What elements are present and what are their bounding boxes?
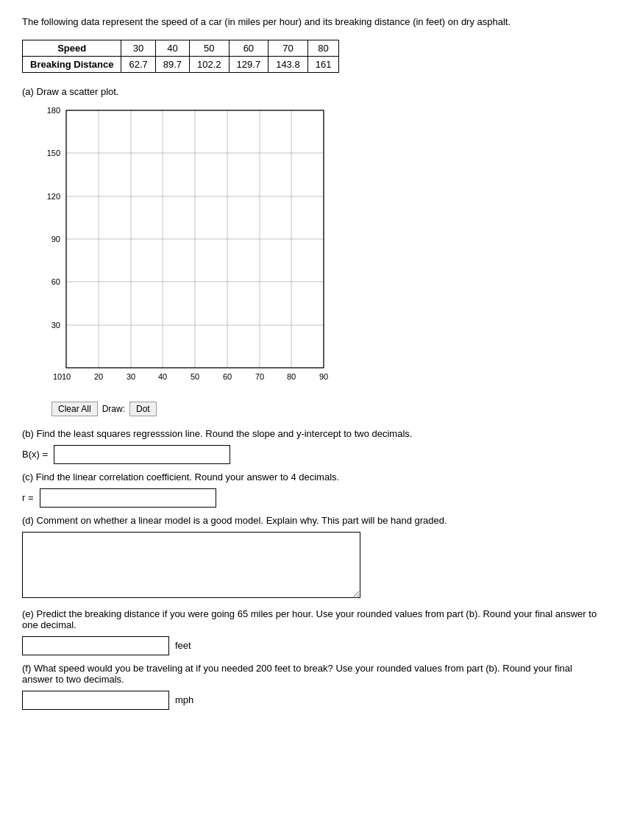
x-label-10-left: 10	[53, 372, 62, 381]
y-label-150: 150	[47, 149, 60, 157]
table-speed-50: 50	[190, 40, 230, 56]
chart-svg: 180 150 120 90 60 30 10 10 20 30 40 50 6…	[29, 103, 338, 397]
part-b-row: B(x) =	[22, 445, 604, 464]
table-dist-30: 62.7	[121, 56, 155, 72]
x-label-90: 90	[319, 372, 328, 381]
table-speed-70: 70	[268, 40, 308, 56]
table-header-distance: Breaking Distance	[23, 56, 121, 72]
x-label-60: 60	[223, 372, 232, 381]
table-dist-50: 102.2	[190, 56, 230, 72]
y-label-180: 180	[47, 106, 60, 115]
e-input[interactable]	[22, 636, 169, 655]
table-dist-80: 161	[307, 56, 339, 72]
intro-text: The following data represent the speed o…	[22, 15, 604, 29]
x-label-50: 50	[191, 372, 199, 381]
y-label-30: 30	[51, 321, 60, 330]
part-a-label: (a) Draw a scatter plot.	[22, 86, 604, 97]
scatter-plot-area[interactable]: 180 150 120 90 60 30 10 10 20 30 40 50 6…	[29, 103, 338, 397]
dot-button[interactable]: Dot	[129, 402, 157, 416]
f-units-label: mph	[175, 694, 193, 705]
part-e-row: feet	[22, 636, 604, 655]
e-units-label: feet	[175, 640, 191, 651]
table-speed-30: 30	[121, 40, 155, 56]
part-f-row: mph	[22, 691, 604, 710]
y-label-90: 90	[51, 235, 60, 243]
data-table: Speed 30 40 50 60 70 80 Breaking Distanc…	[22, 40, 339, 73]
part-c-label: (c) Find the linear correlation coeffici…	[22, 471, 604, 483]
table-speed-60: 60	[229, 40, 268, 56]
y-label-120: 120	[47, 192, 60, 201]
b-eq-label: B(x) =	[22, 449, 48, 460]
clear-all-button[interactable]: Clear All	[51, 402, 98, 416]
table-dist-70: 143.8	[268, 56, 308, 72]
d-textarea[interactable]	[22, 532, 360, 598]
part-d-label: (d) Comment on whether a linear model is…	[22, 515, 604, 526]
x-label-70: 70	[255, 372, 264, 381]
f-input[interactable]	[22, 691, 169, 710]
x-label-10: 10	[62, 372, 71, 381]
table-dist-60: 129.7	[229, 56, 268, 72]
r-eq-label: r =	[22, 492, 34, 503]
b-input[interactable]	[54, 445, 230, 464]
chart-controls: Clear All Draw: Dot	[51, 402, 604, 416]
draw-label: Draw:	[102, 404, 125, 414]
x-label-20: 20	[94, 372, 103, 381]
table-dist-40: 89.7	[155, 56, 189, 72]
y-label-60: 60	[51, 277, 60, 286]
part-f-label: (f) What speed would you be traveling at…	[22, 663, 604, 685]
r-input[interactable]	[40, 488, 216, 508]
part-c-row: r =	[22, 488, 604, 508]
table-speed-40: 40	[155, 40, 189, 56]
x-label-80: 80	[287, 372, 296, 381]
part-e-label: (e) Predict the breaking distance if you…	[22, 608, 604, 630]
table-speed-80: 80	[307, 40, 339, 56]
part-b-label: (b) Find the least squares regresssion l…	[22, 428, 604, 439]
x-label-40: 40	[158, 372, 167, 381]
table-header-speed: Speed	[23, 40, 121, 56]
x-label-30: 30	[127, 372, 135, 381]
